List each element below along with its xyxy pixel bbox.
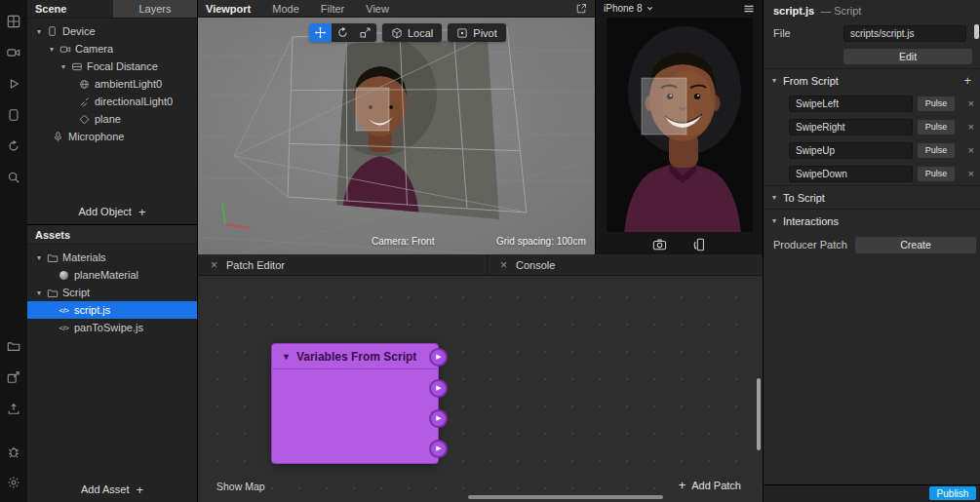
simulator-screen[interactable]: [607, 18, 753, 232]
disclosure-triangle-icon[interactable]: ▾: [58, 62, 69, 71]
search-icon[interactable]: [1, 162, 26, 193]
collapse-triangle-icon[interactable]: ▼: [282, 352, 291, 362]
menu-viewport[interactable]: Viewport: [206, 3, 251, 15]
tree-item-device[interactable]: ▾ Device: [27, 22, 197, 40]
to-script-section-header[interactable]: ▾ To Script: [764, 185, 980, 209]
asset-item-pantoswipe-js[interactable]: </> panToSwipe.js: [27, 319, 197, 336]
section-triangle-icon[interactable]: ▾: [772, 216, 776, 225]
tab-scene[interactable]: Scene: [27, 0, 113, 18]
node-header[interactable]: ▼ Variables From Script: [272, 344, 438, 369]
variable-name-input[interactable]: SwipeRight: [789, 119, 913, 135]
remove-variable-icon[interactable]: ×: [968, 144, 974, 156]
viewport-canvas[interactable]: Local Pivot Camera: Front Grid spacing: …: [198, 18, 595, 254]
tab-console[interactable]: × Console: [488, 254, 568, 275]
variable-row: SwipeDown Pulse ×: [764, 162, 980, 185]
play-icon[interactable]: [1, 68, 26, 99]
menu-mode[interactable]: Mode: [272, 3, 299, 15]
settings-gear-icon[interactable]: [1, 467, 26, 498]
variable-name-input[interactable]: SwipeDown: [789, 166, 913, 182]
patch-editor-panel: × Patch Editor × Console ▼ Variables Fro…: [198, 254, 763, 502]
disclosure-triangle-icon[interactable]: ▾: [33, 289, 45, 297]
from-script-section-header[interactable]: ▾ From Script +: [764, 68, 980, 92]
folder-icon: [45, 288, 59, 298]
scene-tree: ▾ Device ▾ Camera ▾ Focal Distance ambie…: [27, 19, 197, 145]
patch-output-port[interactable]: ▶: [429, 440, 448, 458]
debug-icon[interactable]: [1, 436, 26, 467]
patch-output-port[interactable]: ▶: [429, 348, 448, 367]
menu-view[interactable]: View: [366, 3, 389, 15]
remove-variable-icon[interactable]: ×: [968, 168, 974, 179]
patch-graph-canvas[interactable]: ▼ Variables From Script ▶ ▶ ▶ ▶ Show Map…: [198, 276, 763, 502]
asset-item-plane-material[interactable]: planeMaterial: [27, 266, 197, 284]
show-map-button[interactable]: Show Map: [216, 481, 265, 492]
disclosure-triangle-icon[interactable]: ▾: [33, 253, 45, 262]
disclosure-triangle-icon[interactable]: ▾: [33, 27, 45, 36]
edit-button[interactable]: Edit: [843, 49, 972, 64]
patch-vertical-scrollbar[interactable]: [757, 378, 761, 450]
variable-type-button[interactable]: Pulse: [918, 143, 955, 158]
assets-icon[interactable]: [1, 330, 26, 362]
tab-layers[interactable]: Layers: [113, 0, 197, 18]
tree-item-plane[interactable]: plane: [27, 110, 197, 128]
close-icon[interactable]: ×: [500, 258, 507, 272]
chevron-down-icon[interactable]: [646, 4, 654, 13]
tree-item-camera[interactable]: ▾ Camera: [27, 40, 197, 58]
pivot-dropdown[interactable]: Pivot: [448, 23, 505, 42]
variable-type-button[interactable]: Pulse: [918, 97, 955, 111]
device-icon[interactable]: [1, 99, 26, 131]
create-button[interactable]: Create: [855, 237, 976, 253]
viewport-toolbar: Local Pivot: [309, 23, 506, 42]
rotate-tool-button[interactable]: [332, 23, 354, 42]
add-asset-button[interactable]: Add Asset+: [27, 477, 197, 502]
viewport-panel: Viewport Mode Filter View: [198, 0, 595, 254]
simulator-camera-icon[interactable]: [652, 238, 667, 251]
add-variable-button[interactable]: +: [963, 73, 971, 88]
move-tool-button[interactable]: [309, 23, 332, 42]
add-patch-button[interactable]: + Add Patch: [679, 478, 741, 492]
interactions-section-header[interactable]: ▾ Interactions: [764, 209, 980, 232]
asset-item-script-js[interactable]: </> script.js: [27, 301, 197, 319]
disclosure-triangle-icon[interactable]: ▾: [46, 45, 58, 54]
variable-row: SwipeUp Pulse ×: [764, 138, 980, 162]
tab-patch-editor[interactable]: × Patch Editor: [198, 254, 488, 275]
publish-button[interactable]: Publish: [929, 486, 976, 500]
rotate-device-icon[interactable]: [692, 238, 707, 251]
popout-icon[interactable]: [575, 3, 587, 15]
inspector-subtitle: — Script: [820, 5, 861, 17]
focal-distance-icon: [69, 61, 84, 72]
variable-name-input[interactable]: SwipeUp: [789, 142, 913, 159]
tree-item-label: directionalLight0: [92, 96, 173, 107]
asset-item-script-folder[interactable]: ▾ Script: [27, 284, 197, 301]
variable-type-button[interactable]: Pulse: [918, 167, 955, 181]
variables-from-script-node[interactable]: ▼ Variables From Script ▶ ▶ ▶ ▶: [271, 343, 439, 464]
asset-item-materials[interactable]: ▾ Materials: [27, 249, 197, 266]
remove-variable-icon[interactable]: ×: [968, 97, 974, 109]
device-selector[interactable]: iPhone 8: [604, 3, 642, 14]
variable-type-button[interactable]: Pulse: [918, 120, 955, 135]
patch-output-port[interactable]: ▶: [429, 409, 448, 428]
tree-item-ambient-light[interactable]: ambientLight0: [27, 75, 197, 93]
tree-item-focal-distance[interactable]: ▾ Focal Distance: [27, 58, 197, 75]
hamburger-menu-icon[interactable]: [743, 3, 755, 15]
add-object-button[interactable]: Add Object+: [27, 199, 197, 224]
section-triangle-icon[interactable]: ▾: [772, 193, 776, 202]
close-icon[interactable]: ×: [211, 258, 217, 272]
patch-output-port[interactable]: ▶: [429, 379, 448, 398]
menu-filter[interactable]: Filter: [321, 3, 344, 15]
tree-item-directional-light[interactable]: directionalLight0: [27, 93, 197, 110]
apps-icon[interactable]: [1, 6, 26, 37]
upload-icon[interactable]: [1, 393, 26, 424]
remove-variable-icon[interactable]: ×: [968, 121, 974, 133]
file-path-input[interactable]: scripts/script.js: [843, 25, 966, 42]
variable-name-input[interactable]: SwipeLeft: [789, 96, 913, 112]
tree-item-microphone[interactable]: Microphone: [27, 128, 197, 145]
local-dropdown[interactable]: Local: [382, 23, 442, 42]
section-triangle-icon[interactable]: ▾: [772, 76, 776, 85]
scale-tool-button[interactable]: [354, 23, 376, 42]
export-icon[interactable]: [1, 362, 26, 393]
inspector-scrollbar[interactable]: [974, 24, 979, 39]
patch-horizontal-scrollbar[interactable]: [468, 495, 663, 499]
assets-section: Assets ▾ Materials planeMaterial ▾ Scrip…: [27, 224, 197, 502]
sync-icon[interactable]: [1, 131, 26, 162]
camera-icon[interactable]: [1, 37, 26, 68]
